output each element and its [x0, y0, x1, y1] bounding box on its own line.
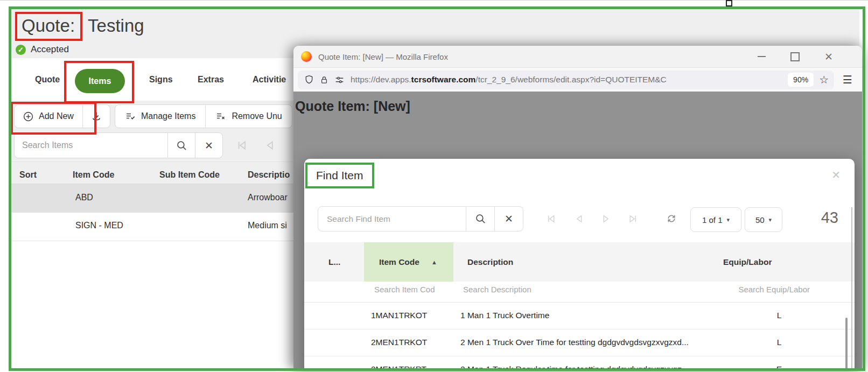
filter-item-code-input[interactable] [373, 284, 456, 294]
filter-description-input[interactable] [462, 284, 604, 294]
page-selector-dropdown[interactable]: 1 of 1 ▾ [690, 207, 741, 232]
scrollbar-thumb[interactable] [845, 318, 848, 368]
total-count: 43 [821, 209, 838, 227]
cell-item-code: SIGN - MED [75, 221, 123, 230]
column-header-description[interactable]: Description [467, 257, 513, 267]
clear-icon: ✕ [505, 213, 513, 225]
search-button[interactable] [466, 206, 495, 231]
page-indicator: 1 of 1 [702, 215, 723, 224]
annotation-red-quote: Quote: [15, 12, 82, 41]
annotation-green-find-item: Find Item [305, 163, 374, 188]
tab-extras[interactable]: Extras [198, 75, 224, 85]
zoom-level-badge[interactable]: 90% [788, 73, 814, 87]
page-size: 50 [755, 215, 765, 224]
firefox-logo-icon [301, 51, 312, 62]
list-x-icon [215, 111, 226, 122]
download-button[interactable] [83, 105, 110, 128]
url-path: /tcr_2_9_6/webforms/edit.aspx?id=QUOTEIT… [475, 75, 667, 84]
cell-item-code: 2MEN1TRKRT [371, 356, 426, 368]
page-title: Quote:Testing [15, 12, 144, 41]
browser-content: Quote Item: [New] Find Item ✕ ✕ [293, 92, 862, 368]
close-window-button[interactable]: ✕ [824, 51, 833, 63]
close-dialog-icon[interactable]: ✕ [831, 169, 841, 181]
search-find-item-input[interactable] [318, 206, 466, 231]
minimize-button[interactable] [758, 56, 766, 57]
cell-description: Arrowboar [248, 193, 288, 202]
item-row[interactable]: 2MEN1TRKRT 2 Men 1 Truck Regular time fo… [304, 356, 855, 368]
firefox-navbar: https://dev.apps.tcrsoftware.com/tcr_2_9… [293, 68, 862, 92]
add-new-label: Add New [39, 111, 74, 121]
column-header-item-code[interactable]: Item Code [379, 257, 419, 267]
list-check-icon [125, 111, 136, 122]
search-icon [475, 213, 486, 224]
column-header-sub-item-code[interactable]: Sub Item Code [159, 170, 220, 180]
last-page-button[interactable] [627, 213, 639, 224]
dialog-filter-row [304, 282, 855, 303]
shield-icon[interactable] [304, 75, 314, 85]
cell-description: 2 Men 1 Truck Over Time for testting dgd… [460, 329, 689, 356]
minimize-icon [758, 56, 766, 57]
cell-equip-labor: L [752, 329, 806, 356]
manage-items-label: Manage Items [141, 111, 195, 121]
lock-icon[interactable] [320, 75, 328, 85]
permissions-icon[interactable] [334, 75, 345, 85]
cell-description: Medium si [248, 221, 287, 230]
prev-page-button[interactable] [573, 213, 585, 224]
cell-item-code: ABD [75, 193, 93, 202]
column-header-equip-labor[interactable]: Equip/Labor [723, 257, 772, 267]
toolbar-group-manage: Manage Items Remove Unu [115, 104, 292, 128]
find-item-dialog: Find Item ✕ ✕ 1 of [304, 159, 855, 368]
cell-equip-labor: L [752, 302, 806, 329]
column-header-item-code[interactable]: Item Code [73, 170, 114, 180]
maximize-button[interactable] [790, 52, 800, 61]
clear-search-button[interactable]: ✕ [195, 132, 223, 158]
next-page-button[interactable] [600, 213, 612, 224]
cell-item-code: 1MAN1TRKOT [371, 302, 427, 329]
refresh-icon[interactable] [666, 213, 677, 224]
remove-unused-button[interactable]: Remove Unu [206, 105, 291, 128]
firefox-window: Quote Item: [New] — Mozilla Firefox ✕ ht… [293, 46, 862, 368]
bookmark-star-icon[interactable]: ☆ [819, 73, 829, 86]
url-scheme: https://dev.apps. [351, 75, 411, 84]
close-icon: ✕ [824, 51, 833, 63]
download-icon [91, 111, 102, 122]
first-page-button[interactable] [545, 213, 557, 224]
items-search-group: ✕ [14, 132, 223, 158]
tab-items[interactable]: Items [75, 69, 125, 93]
find-item-search-group: ✕ [318, 206, 523, 231]
cursor-artifact [726, 0, 732, 6]
screenshot-stage: Quote:Testing ✓ Accepted Quote Items Sig… [0, 0, 868, 372]
scrollbar-track[interactable] [851, 207, 852, 368]
search-items-input[interactable] [14, 132, 168, 158]
column-header-description[interactable]: Descriptio [248, 170, 290, 180]
toolbar-group-add: Add New [14, 104, 110, 128]
sort-asc-icon: ▲ [431, 259, 437, 265]
column-header-location[interactable]: L... [328, 257, 340, 267]
quote-title-label: Quote: [22, 16, 75, 36]
tab-quote[interactable]: Quote [35, 75, 60, 85]
cell-item-code: 2MEN1TRKOT [371, 329, 427, 356]
dialog-title: Find Item [307, 165, 372, 186]
top-divider [0, 0, 868, 1]
tab-signs[interactable]: Signs [149, 75, 173, 85]
firefox-titlebar[interactable]: Quote Item: [New] — Mozilla Firefox ✕ [293, 46, 862, 68]
tab-activities[interactable]: Activitie [253, 75, 286, 85]
chevron-down-icon: ▾ [769, 216, 772, 223]
add-new-button[interactable]: Add New [15, 105, 82, 128]
prev-page-button[interactable] [263, 139, 276, 152]
maximize-icon [790, 52, 800, 61]
url-text: https://dev.apps.tcrsoftware.com/tcr_2_9… [351, 75, 783, 85]
url-bar[interactable]: https://dev.apps.tcrsoftware.com/tcr_2_9… [298, 71, 834, 89]
item-row[interactable]: 2MEN1TRKOT 2 Men 1 Truck Over Time for t… [304, 329, 855, 356]
first-page-button[interactable] [235, 139, 248, 152]
manage-items-button[interactable]: Manage Items [115, 105, 205, 128]
column-header-sort[interactable]: Sort [19, 170, 37, 180]
status-badge: ✓ Accepted [16, 44, 69, 55]
page-size-dropdown[interactable]: 50 ▾ [745, 207, 782, 232]
clear-search-button[interactable]: ✕ [495, 206, 523, 231]
search-button[interactable] [168, 132, 195, 158]
item-row[interactable]: 1MAN1TRKOT 1 Man 1 Truck Overtime L [304, 302, 855, 329]
menu-hamburger-icon[interactable]: ☰ [843, 73, 852, 86]
filter-equip-labor-input[interactable] [719, 284, 811, 294]
dialog-table-header: L... Item Code ▲ Description Equip/Labor [304, 242, 855, 282]
